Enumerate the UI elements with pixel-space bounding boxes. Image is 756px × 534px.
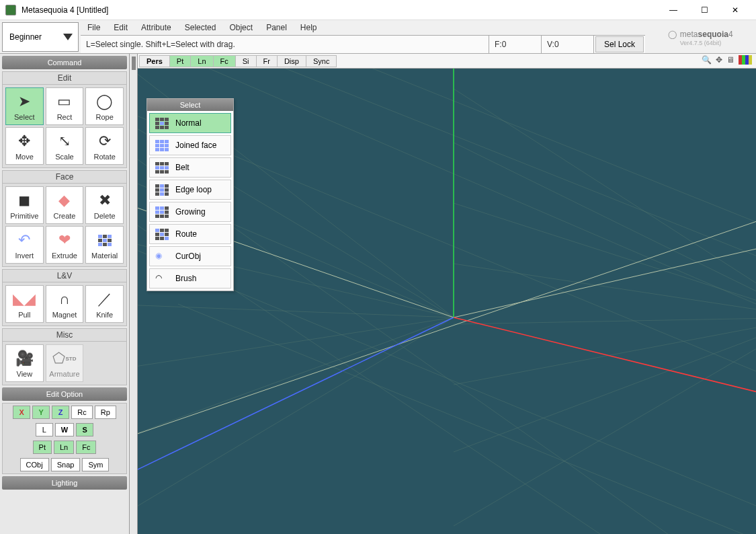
tool-magnet[interactable]: ∩Magnet xyxy=(46,285,84,323)
tab-si[interactable]: Si xyxy=(235,55,257,67)
tool-rect[interactable]: ▭Rect xyxy=(46,87,84,125)
cursor-icon: ➤ xyxy=(14,91,34,112)
tool-armature[interactable]: ⬠STDArmature xyxy=(46,344,84,382)
viewport-3d[interactable]: Select Normal Joined face Belt Edge loop… xyxy=(138,69,756,534)
material-icon xyxy=(95,230,115,250)
tool-material[interactable]: Material xyxy=(85,226,124,264)
svg-line-29 xyxy=(138,317,454,486)
app-icon xyxy=(5,5,16,15)
svg-line-1 xyxy=(454,203,756,317)
select-popup-title: Select xyxy=(147,99,233,111)
joined-icon xyxy=(155,140,169,151)
tool-move[interactable]: ✥Move xyxy=(5,127,44,165)
splitter[interactable] xyxy=(130,54,138,534)
status-verts: V:0 xyxy=(542,36,594,54)
select-popup: Select Normal Joined face Belt Edge loop… xyxy=(146,98,234,291)
rope-icon: ◯ xyxy=(95,91,115,112)
maximize-button[interactable]: ☐ xyxy=(689,0,720,20)
tool-rope[interactable]: ◯Rope xyxy=(85,87,124,125)
cobj-button[interactable]: CObj xyxy=(20,458,49,471)
popup-route[interactable]: Route xyxy=(149,224,231,244)
rc-button[interactable]: Rc xyxy=(71,406,92,419)
popup-brush[interactable]: ◠Brush xyxy=(149,268,231,289)
secondary-bar: Beginner File Edit Attribute Selected Ob… xyxy=(0,20,756,54)
tab-sync[interactable]: Sync xyxy=(306,55,337,67)
axis-z-button[interactable]: Z xyxy=(52,406,69,419)
create-icon: ◆ xyxy=(54,190,75,211)
svg-line-7 xyxy=(454,317,756,385)
tool-view[interactable]: 🎥View xyxy=(5,344,44,382)
rect-icon: ▭ xyxy=(54,91,75,112)
tool-select[interactable]: ➤Select xyxy=(5,87,44,125)
popup-curobj[interactable]: ◉CurObj xyxy=(149,246,231,266)
axis-y-button[interactable]: Y xyxy=(32,406,50,419)
mode-selector[interactable]: Beginner xyxy=(2,22,79,52)
svg-line-20 xyxy=(252,69,756,277)
close-button[interactable]: ✕ xyxy=(720,0,751,20)
growing-icon xyxy=(155,206,169,217)
minimize-button[interactable]: — xyxy=(658,0,689,20)
pt-button[interactable]: Pt xyxy=(33,441,52,454)
svg-line-3 xyxy=(454,264,756,317)
color-squares-icon[interactable] xyxy=(739,55,752,65)
tab-pers[interactable]: Pers xyxy=(139,55,170,67)
primitive-icon: ◼ xyxy=(14,190,34,211)
pan-icon[interactable]: ✥ xyxy=(716,55,722,65)
popup-growing[interactable]: Growing xyxy=(149,202,231,222)
tab-ln[interactable]: Ln xyxy=(190,55,213,67)
tool-rotate[interactable]: ⟳Rotate xyxy=(85,127,124,165)
tool-scale[interactable]: ⤡Scale xyxy=(46,127,84,165)
tool-extrude[interactable]: ❤Extrude xyxy=(46,226,84,264)
tool-create[interactable]: ◆Create xyxy=(46,186,84,224)
tab-disp[interactable]: Disp xyxy=(277,55,306,67)
svg-line-8 xyxy=(138,317,454,445)
rotate-icon: ⟳ xyxy=(95,131,115,151)
tab-pt[interactable]: Pt xyxy=(169,55,191,67)
armature-icon: ⬠STD xyxy=(54,348,75,369)
statusbar: L=Select single. Shift+L=Select with dra… xyxy=(81,35,645,53)
tool-delete[interactable]: ✖Delete xyxy=(85,186,124,224)
ln-button[interactable]: Ln xyxy=(54,441,74,454)
popup-edge[interactable]: Edge loop xyxy=(149,180,231,200)
route-icon xyxy=(155,229,169,239)
scale-icon: ⤡ xyxy=(54,131,75,151)
magnet-icon: ∩ xyxy=(54,289,75,309)
tool-primitive[interactable]: ◼Primitive xyxy=(5,186,44,224)
svg-line-5 xyxy=(454,317,756,324)
zoom-icon[interactable]: 🔍 xyxy=(702,55,712,65)
snap-button[interactable]: Snap xyxy=(51,458,81,471)
logo: ◯ metasequoia4 Ver4.7.5 (64bit) xyxy=(645,20,756,53)
menu-edit[interactable]: Edit xyxy=(114,23,128,32)
w-button[interactable]: W xyxy=(55,423,74,436)
tool-knife[interactable]: ／Knife xyxy=(85,285,124,323)
popup-normal[interactable]: Normal xyxy=(149,113,231,133)
titlebar: Metasequoia 4 [Untitled] — ☐ ✕ xyxy=(0,0,756,20)
svg-line-25 xyxy=(454,237,756,317)
tab-fr[interactable]: Fr xyxy=(256,55,278,67)
face-section-header: Face xyxy=(2,170,127,184)
axis-x-button[interactable]: X xyxy=(13,406,30,419)
curobj-icon: ◉ xyxy=(155,251,169,262)
svg-line-9 xyxy=(454,317,756,452)
sel-lock-button[interactable]: Sel Lock xyxy=(595,36,644,52)
menu-help[interactable]: Help xyxy=(300,23,317,32)
tool-invert[interactable]: ↶Invert xyxy=(5,226,44,264)
invert-icon: ↶ xyxy=(14,230,34,250)
l-button[interactable]: L xyxy=(36,423,53,436)
sym-button[interactable]: Sym xyxy=(82,458,109,471)
popup-joined[interactable]: Joined face xyxy=(149,135,231,155)
command-header: Command xyxy=(2,56,127,69)
popup-belt[interactable]: Belt xyxy=(149,157,231,178)
menu-panel[interactable]: Panel xyxy=(266,23,287,32)
tab-fc[interactable]: Fc xyxy=(213,55,236,67)
menu-attribute[interactable]: Attribute xyxy=(141,23,171,32)
menu-object[interactable]: Object xyxy=(229,23,253,32)
fc-button[interactable]: Fc xyxy=(76,441,96,454)
menu-file[interactable]: File xyxy=(87,23,100,32)
tool-pull[interactable]: ◣◢Pull xyxy=(5,285,44,323)
s-button[interactable]: S xyxy=(76,423,93,436)
knife-icon: ／ xyxy=(95,289,115,309)
menu-selected[interactable]: Selected xyxy=(185,23,216,32)
monitor-icon[interactable]: 🖥 xyxy=(726,55,734,65)
rp-button[interactable]: Rp xyxy=(95,406,116,419)
